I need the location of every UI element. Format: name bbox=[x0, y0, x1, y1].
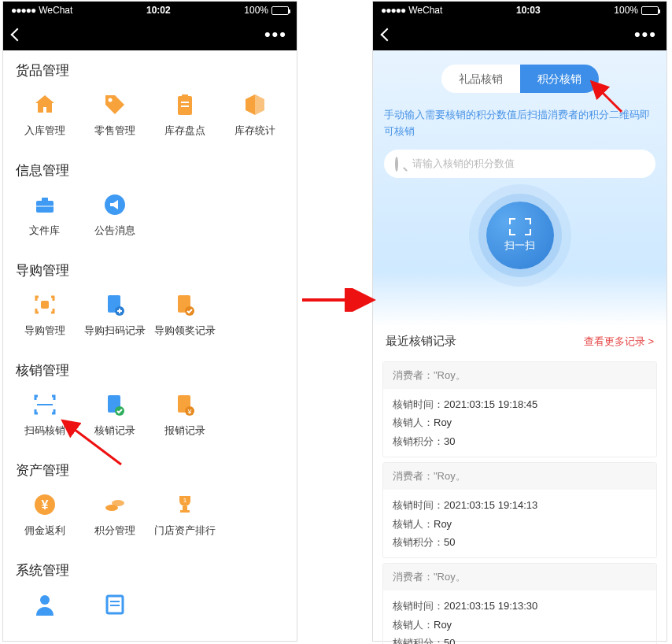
menu-item-label: 入库管理 bbox=[9, 124, 79, 138]
menu-item-label: 扫码核销 bbox=[9, 424, 79, 438]
menu-item-label: 门店资产排行 bbox=[150, 524, 220, 538]
section-title: 系统管理 bbox=[3, 550, 297, 586]
search-icon bbox=[395, 158, 406, 169]
menu-item[interactable]: 零售管理 bbox=[79, 86, 150, 146]
clock: 10:03 bbox=[442, 5, 614, 16]
menu-item[interactable]: 导购扫码记录 bbox=[79, 286, 150, 346]
menu-item[interactable]: 导购管理 bbox=[9, 286, 79, 346]
menu-item[interactable]: 1门店资产排行 bbox=[150, 486, 220, 546]
nav-bar: ••• bbox=[373, 19, 666, 50]
menu-item-label: 零售管理 bbox=[79, 124, 150, 138]
list-icon bbox=[101, 590, 129, 619]
section-title: 导购管理 bbox=[3, 250, 297, 286]
status-bar: ●●●●● WeChat 10:02 100% bbox=[3, 2, 297, 19]
scan-icon bbox=[31, 390, 59, 419]
points-input[interactable] bbox=[412, 157, 644, 169]
record-consumer: 消费者："Roy。 bbox=[383, 362, 656, 389]
records-header: 最近核销记录 查看更多记录 > bbox=[373, 326, 666, 357]
phone-right: ●●●●● WeChat 10:03 100% ••• 礼品核销 积分核销 手动… bbox=[373, 2, 666, 641]
record-body: 核销时间：2021:03:15 19:13:30核销人：Roy核销积分：50 bbox=[383, 590, 656, 644]
menu-item[interactable]: 公告消息 bbox=[79, 186, 150, 246]
svg-rect-24 bbox=[183, 506, 187, 510]
record-card: 消费者："Roy。核销时间：2021:03:15 19:18:45核销人：Roy… bbox=[382, 361, 657, 457]
megaphone-icon bbox=[101, 191, 129, 219]
coins-icon bbox=[101, 490, 129, 519]
menu-item-label: 积分管理 bbox=[79, 524, 150, 538]
scan-icon bbox=[509, 218, 531, 235]
record-body: 核销时间：2021:03:15 19:18:45核销人：Roy核销积分：30 bbox=[383, 389, 656, 457]
doc-plus-icon bbox=[101, 291, 129, 319]
section-title: 信息管理 bbox=[3, 150, 297, 186]
records-title: 最近核销记录 bbox=[386, 334, 456, 349]
menu-grid: 入库管理零售管理库存盘点库存统计 bbox=[3, 86, 297, 150]
menu-item[interactable]: 库存统计 bbox=[220, 86, 290, 146]
section-title: 核销管理 bbox=[3, 350, 297, 386]
menu-item[interactable]: 核销记录 bbox=[79, 386, 150, 446]
menu-item[interactable]: 积分管理 bbox=[79, 486, 150, 546]
record-card: 消费者："Roy。核销时间：2021:03:15 19:13:30核销人：Roy… bbox=[382, 563, 657, 644]
home-icon bbox=[31, 91, 59, 119]
points-panel: 礼品核销 积分核销 手动输入需要核销的积分数值后扫描消费者的积分二维码即可核销 … bbox=[373, 50, 666, 326]
menu-item[interactable]: 入库管理 bbox=[9, 86, 79, 146]
user-icon bbox=[31, 590, 59, 619]
menu-item[interactable]: 扫码核销 bbox=[9, 386, 79, 446]
more-icon[interactable]: ••• bbox=[634, 24, 657, 45]
more-icon[interactable]: ••• bbox=[264, 24, 287, 45]
battery-percent: 100% bbox=[244, 5, 268, 16]
menu-item[interactable] bbox=[9, 586, 79, 631]
hint-text: 手动输入需要核销的积分数值后扫描消费者的积分二维码即可核销 bbox=[384, 107, 655, 140]
svg-point-0 bbox=[108, 98, 112, 102]
doc-tick-icon bbox=[101, 390, 129, 419]
menu-item-label: 公告消息 bbox=[79, 224, 150, 238]
phone-left: ●●●●● WeChat 10:02 100% ••• 货品管理入库管理零售管理… bbox=[3, 2, 297, 641]
menu-grid: ¥佣金返利积分管理1门店资产排行 bbox=[3, 486, 297, 550]
back-icon[interactable] bbox=[11, 28, 24, 42]
menu-item[interactable]: 文件库 bbox=[9, 186, 79, 246]
carrier-label: WeChat bbox=[39, 5, 72, 16]
svg-text:¥: ¥ bbox=[41, 498, 48, 512]
tag-icon bbox=[101, 91, 129, 119]
status-bar: ●●●●● WeChat 10:03 100% bbox=[373, 2, 666, 19]
record-body: 核销时间：2021:03:15 19:14:13核销人：Roy核销积分：50 bbox=[383, 490, 656, 557]
menu-item[interactable]: ¥佣金返利 bbox=[9, 486, 79, 546]
back-icon[interactable] bbox=[381, 28, 394, 42]
record-consumer: 消费者："Roy。 bbox=[383, 564, 656, 590]
svg-rect-7 bbox=[36, 205, 54, 207]
scan-button[interactable]: 扫一扫 bbox=[486, 202, 554, 269]
menu-item[interactable]: 导购领奖记录 bbox=[150, 286, 220, 346]
menu-item[interactable]: 库存盘点 bbox=[150, 86, 220, 146]
signal-dots-icon: ●●●●● bbox=[11, 5, 35, 16]
menu-item[interactable] bbox=[79, 586, 150, 631]
tab-points[interactable]: 积分核销 bbox=[520, 65, 599, 93]
annotation-arrow bbox=[299, 288, 378, 312]
svg-rect-29 bbox=[110, 601, 120, 602]
brackets-icon bbox=[31, 291, 59, 319]
menu-item[interactable]: ¥报销记录 bbox=[150, 386, 220, 446]
signal-dots-icon: ●●●●● bbox=[381, 5, 405, 16]
tab-gift[interactable]: 礼品核销 bbox=[441, 65, 520, 93]
tab-switch: 礼品核销 积分核销 bbox=[441, 65, 599, 93]
yen-icon: ¥ bbox=[31, 490, 59, 519]
svg-rect-2 bbox=[182, 94, 188, 98]
trophy-icon: 1 bbox=[171, 490, 199, 519]
svg-text:1: 1 bbox=[183, 497, 187, 504]
battery-icon bbox=[271, 6, 289, 15]
points-input-wrap[interactable] bbox=[384, 150, 655, 178]
menu-item-label: 导购领奖记录 bbox=[150, 324, 220, 338]
more-records-link[interactable]: 查看更多记录 > bbox=[584, 335, 654, 349]
menu-grid bbox=[3, 586, 297, 636]
doc-check-icon bbox=[171, 291, 199, 319]
menu-item-label: 佣金返利 bbox=[9, 524, 79, 538]
menu-item-label: 报销记录 bbox=[150, 424, 220, 438]
svg-rect-6 bbox=[42, 198, 48, 202]
svg-rect-25 bbox=[180, 510, 190, 513]
menu-grid: 文件库公告消息 bbox=[3, 186, 297, 250]
box-icon bbox=[241, 91, 269, 119]
menu-item-label: 库存盘点 bbox=[150, 124, 220, 138]
nav-bar: ••• bbox=[3, 19, 297, 50]
svg-point-23 bbox=[112, 500, 124, 506]
menu-item-label: 库存统计 bbox=[220, 124, 290, 138]
battery-percent: 100% bbox=[614, 5, 638, 16]
section-title: 货品管理 bbox=[3, 50, 297, 86]
menu-item-label: 文件库 bbox=[9, 224, 79, 238]
